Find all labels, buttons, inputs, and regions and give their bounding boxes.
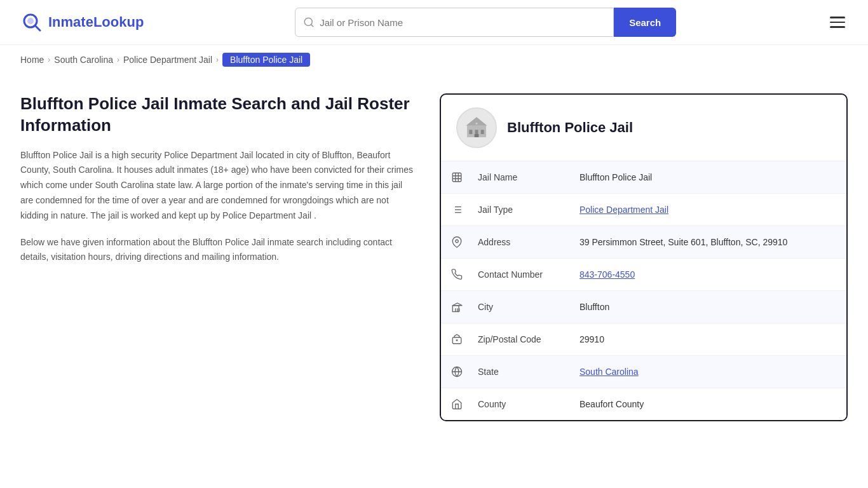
info-row-state: State South Carolina: [441, 356, 846, 388]
building-icon: [464, 115, 489, 140]
svg-marker-21: [452, 303, 462, 306]
svg-rect-8: [481, 130, 484, 134]
jail-name-value: Bluffton Police Jail: [574, 162, 846, 193]
info-row-county: County Beaufort County: [441, 388, 846, 420]
info-table: Jail Name Bluffton Police Jail Jail Type…: [441, 161, 846, 420]
hamburger-line-3: [830, 26, 845, 28]
breadcrumb: Home › South Carolina › Police Departmen…: [0, 45, 868, 74]
phone-link[interactable]: 843-706-4550: [580, 269, 635, 280]
logo-icon: [20, 11, 43, 34]
phone-icon: [441, 259, 473, 290]
city-value: Bluffton: [574, 292, 846, 322]
city-icon: [441, 291, 473, 323]
svg-point-19: [456, 240, 459, 243]
right-column: Bluffton Police Jail Jail Name Bluffton …: [440, 93, 848, 421]
jail-name-header: Bluffton Police Jail: [507, 119, 633, 136]
county-icon: [441, 388, 473, 420]
breadcrumb-current: Bluffton Police Jail: [222, 53, 310, 67]
page-desc-2: Below we have given information about th…: [20, 235, 414, 266]
breadcrumb-home[interactable]: Home: [20, 55, 44, 65]
card-header: Bluffton Police Jail: [441, 95, 846, 161]
info-row-jail-type: Jail Type Police Department Jail: [441, 194, 846, 226]
page-title: Bluffton Police Jail Inmate Search and J…: [20, 93, 414, 137]
search-button[interactable]: Search: [614, 8, 676, 37]
zip-icon: [441, 323, 473, 355]
zip-label: Zip/Postal Code: [473, 324, 574, 355]
breadcrumb-sep-2: ›: [117, 55, 119, 64]
jail-avatar: [456, 107, 497, 148]
svg-rect-6: [469, 130, 472, 134]
info-row-address: Address 39 Persimmon Street, Suite 601, …: [441, 226, 846, 259]
breadcrumb-sep-3: ›: [216, 55, 219, 64]
jail-name-label: Jail Name: [473, 162, 574, 193]
svg-rect-12: [452, 173, 461, 182]
left-column: Bluffton Police Jail Inmate Search and J…: [20, 93, 414, 276]
breadcrumb-state[interactable]: South Carolina: [54, 55, 113, 65]
logo[interactable]: InmateLookup: [20, 11, 144, 34]
state-link[interactable]: South Carolina: [580, 367, 639, 377]
hamburger-line-2: [830, 22, 845, 24]
search-input[interactable]: [320, 17, 606, 28]
info-row-zip: Zip/Postal Code 29910: [441, 323, 846, 356]
info-row-jail-name: Jail Name Bluffton Police Jail: [441, 161, 846, 194]
state-value: South Carolina: [574, 356, 846, 387]
breadcrumb-sep-1: ›: [48, 55, 50, 64]
city-label: City: [473, 292, 574, 322]
contact-label: Contact Number: [473, 259, 574, 290]
search-input-wrapper: [295, 8, 614, 37]
contact-value: 843-706-4550: [574, 259, 846, 290]
jail-type-link[interactable]: Police Department Jail: [580, 205, 668, 215]
county-label: County: [473, 389, 574, 419]
search-icon: [303, 17, 315, 28]
page-desc-1: Bluffton Police Jail is a high security …: [20, 148, 414, 224]
svg-point-2: [27, 18, 34, 24]
info-row-city: City Bluffton: [441, 291, 846, 323]
search-bar: Search: [295, 8, 676, 37]
hamburger-line-1: [830, 17, 845, 18]
svg-line-4: [311, 24, 313, 26]
address-label: Address: [473, 227, 574, 257]
breadcrumb-type[interactable]: Police Department Jail: [123, 55, 212, 65]
jail-type-value: Police Department Jail: [574, 194, 846, 225]
state-label: State: [473, 356, 574, 387]
svg-rect-7: [475, 130, 478, 134]
jail-name-icon: [441, 161, 473, 193]
address-icon: [441, 226, 473, 258]
zip-value: 29910: [574, 324, 846, 355]
address-value: 39 Persimmon Street, Suite 601, Bluffton…: [574, 227, 846, 257]
jail-type-icon: [441, 194, 473, 226]
jail-type-label: Jail Type: [473, 194, 574, 225]
state-icon: [441, 356, 473, 388]
hamburger-menu[interactable]: [827, 14, 848, 30]
main-content: Bluffton Police Jail Inmate Search and J…: [0, 74, 868, 440]
svg-line-1: [35, 25, 40, 30]
svg-rect-10: [475, 134, 479, 137]
info-card: Bluffton Police Jail Jail Name Bluffton …: [440, 93, 848, 421]
svg-rect-11: [475, 123, 477, 125]
logo-text: InmateLookup: [48, 14, 144, 30]
header: InmateLookup Search: [0, 0, 868, 45]
info-row-contact: Contact Number 843-706-4550: [441, 259, 846, 291]
county-value: Beaufort County: [574, 389, 846, 419]
